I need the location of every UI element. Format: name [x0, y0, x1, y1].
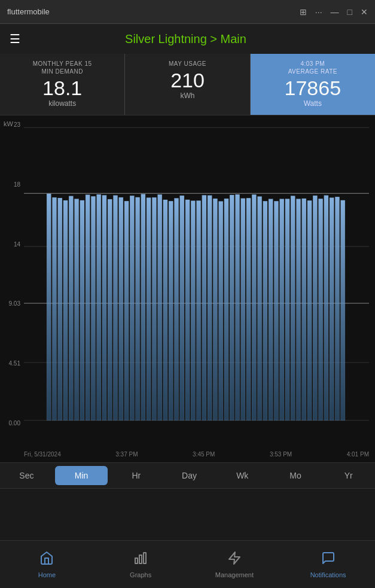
x-label-2: 3:45 PM	[193, 451, 215, 458]
graphs-icon	[133, 551, 148, 569]
svg-rect-30	[180, 196, 184, 421]
svg-rect-32	[191, 201, 195, 421]
svg-rect-36	[213, 199, 217, 421]
stat-card-average-rate: 4:03 PM AVERAGE RATE 17865 Watts	[251, 54, 375, 115]
hamburger-menu-icon[interactable]: ☰	[10, 32, 20, 46]
svg-rect-10	[69, 196, 73, 421]
tab-day[interactable]: Day	[163, 463, 216, 488]
minimize-icon[interactable]: —	[331, 7, 339, 17]
svg-rect-35	[208, 196, 212, 421]
svg-rect-19	[119, 197, 123, 421]
svg-rect-23	[141, 194, 145, 420]
stat-unit-peak: kilowatts	[7, 99, 117, 108]
nav-graphs[interactable]: Graphs	[94, 541, 188, 588]
svg-rect-42	[246, 198, 251, 421]
stat-label-peak: MONTHLY PEAK 15MIN DEMAND	[7, 60, 117, 75]
svg-rect-41	[241, 199, 245, 421]
bottom-nav[interactable]: Home Graphs Management Notifications	[0, 540, 375, 588]
stat-value-usage: 210	[132, 70, 242, 90]
svg-rect-48	[280, 199, 284, 421]
nav-home-label: Home	[38, 571, 56, 578]
stat-card-usage: MAY USAGE 210 kWh	[125, 54, 250, 115]
window-controls[interactable]: ⊞ ··· — □ ✕	[300, 7, 368, 17]
svg-rect-47	[274, 201, 278, 421]
svg-rect-9	[63, 200, 68, 421]
y-axis-9: 9.03	[9, 300, 20, 307]
more-icon[interactable]: ···	[315, 7, 322, 17]
x-axis-labels: Fri, 5/31/2024 3:37 PM 3:45 PM 3:53 PM 4…	[24, 451, 369, 458]
stat-value-rate: 17865	[258, 78, 368, 98]
svg-rect-46	[269, 199, 273, 421]
nav-notifications[interactable]: Notifications	[281, 541, 375, 588]
tab-min[interactable]: Min	[55, 466, 108, 485]
tab-sec[interactable]: Sec	[0, 463, 53, 488]
header-title: Silver Lightning > Main	[125, 32, 246, 46]
svg-marker-63	[229, 552, 240, 564]
maximize-icon[interactable]: □	[347, 7, 352, 17]
svg-rect-15	[97, 194, 101, 421]
tab-hr[interactable]: Hr	[109, 463, 163, 488]
svg-rect-57	[330, 197, 334, 420]
svg-rect-20	[124, 201, 129, 421]
y-axis-0: 0.00	[9, 420, 20, 426]
svg-rect-14	[91, 196, 95, 421]
home-icon	[39, 551, 54, 569]
y-axis-14: 14	[14, 241, 20, 248]
svg-rect-62	[144, 553, 146, 563]
svg-rect-28	[169, 201, 173, 421]
x-label-0: Fri, 5/31/2024	[24, 451, 61, 458]
svg-rect-33	[197, 200, 201, 420]
stat-value-peak: 18.1	[7, 78, 117, 98]
svg-rect-52	[302, 199, 306, 421]
svg-rect-31	[185, 200, 190, 421]
y-axis-18: 18	[14, 181, 20, 188]
svg-rect-26	[158, 194, 162, 421]
svg-rect-8	[58, 198, 62, 421]
svg-rect-38	[224, 199, 228, 421]
svg-rect-18	[113, 196, 117, 421]
x-label-4: 4:01 PM	[347, 451, 369, 458]
stat-label-rate: 4:03 PM AVERAGE RATE	[258, 60, 368, 75]
x-label-3: 3:53 PM	[270, 451, 292, 458]
stat-time: 4:03 PM	[300, 60, 325, 67]
svg-rect-6	[47, 194, 51, 421]
close-icon[interactable]: ✕	[361, 7, 368, 17]
notifications-icon	[321, 551, 336, 569]
svg-rect-39	[230, 195, 234, 421]
y-axis-4: 4.51	[9, 360, 20, 367]
svg-rect-50	[291, 196, 295, 420]
svg-rect-25	[152, 197, 156, 421]
svg-rect-60	[135, 558, 138, 563]
app-name: fluttermobile	[7, 7, 50, 16]
svg-rect-29	[174, 198, 178, 420]
svg-rect-59	[341, 200, 345, 421]
svg-rect-44	[258, 197, 262, 421]
nav-home[interactable]: Home	[0, 541, 94, 588]
svg-rect-11	[74, 199, 78, 421]
svg-rect-13	[86, 195, 90, 421]
time-tabs[interactable]: Sec Min Hr Day Wk Mo Yr	[0, 462, 375, 489]
svg-rect-58	[335, 197, 339, 421]
stats-row: MONTHLY PEAK 15MIN DEMAND 18.1 kilowatts…	[0, 54, 375, 115]
svg-rect-49	[285, 199, 289, 421]
stat-label-usage: MAY USAGE	[132, 60, 242, 68]
stat-unit-rate: Watts	[258, 99, 368, 108]
svg-rect-53	[307, 200, 312, 421]
svg-rect-34	[202, 195, 206, 420]
tab-mo[interactable]: Mo	[269, 463, 322, 488]
app-header: ☰ Silver Lightning > Main	[0, 24, 375, 54]
chart-svg: // We'll generate bars via JS after load	[24, 121, 369, 426]
svg-rect-45	[263, 201, 267, 421]
management-icon	[227, 551, 242, 569]
svg-rect-22	[135, 197, 139, 421]
svg-rect-27	[163, 200, 167, 421]
tab-yr[interactable]: Yr	[322, 463, 375, 488]
x-label-1: 3:37 PM	[115, 451, 138, 458]
svg-rect-37	[219, 202, 223, 421]
nav-management[interactable]: Management	[188, 541, 282, 588]
svg-rect-16	[102, 195, 106, 420]
tab-wk[interactable]: Wk	[216, 463, 269, 488]
svg-rect-7	[52, 197, 56, 421]
svg-rect-24	[147, 198, 151, 421]
cast-icon[interactable]: ⊞	[300, 7, 307, 17]
